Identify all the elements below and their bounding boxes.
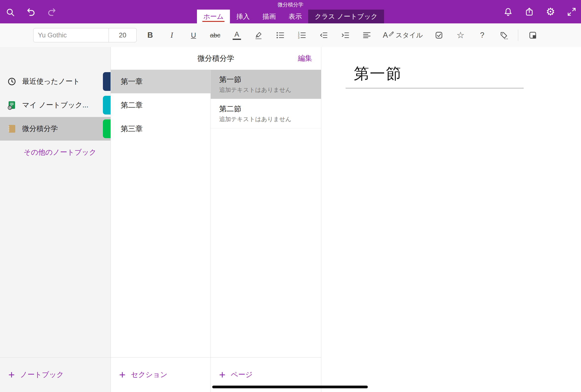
numbered-list-button[interactable]: 1 2 3 bbox=[295, 27, 309, 43]
underline-button[interactable]: U bbox=[186, 27, 201, 43]
add-section-label: セクション bbox=[131, 370, 167, 380]
svg-text:3: 3 bbox=[298, 36, 299, 39]
sections-list: 第一章 第二章 第三章 bbox=[111, 70, 210, 140]
star-tag-button[interactable]: ☆ bbox=[454, 27, 468, 43]
tab-draw-label: 描画 bbox=[262, 12, 276, 21]
format-toolbar: Yu Gothic 20 B I U abc A bbox=[0, 24, 581, 47]
share-button[interactable] bbox=[524, 6, 534, 17]
page-item-title: 第二節 bbox=[219, 104, 321, 113]
tab-view-label: 表示 bbox=[289, 12, 302, 21]
tab-draw[interactable]: 描画 bbox=[256, 10, 282, 24]
page-canvas[interactable]: 第一節 bbox=[321, 47, 581, 392]
tab-home-label: ホーム bbox=[203, 12, 224, 21]
gear-icon: ⚙ bbox=[546, 7, 555, 17]
page-item-subtitle: 追加テキストはありません bbox=[219, 116, 321, 122]
sidebar-item-my-notebooks[interactable]: マイ ノートブック... bbox=[0, 93, 110, 117]
notebook-color-tab bbox=[103, 72, 110, 91]
settings-button[interactable]: ⚙ bbox=[546, 6, 556, 17]
underline-icon: U bbox=[191, 31, 196, 40]
section-label: 第一章 bbox=[121, 76, 143, 87]
bell-icon bbox=[504, 7, 513, 16]
tab-home[interactable]: ホーム bbox=[197, 10, 230, 24]
strikethrough-icon: abc bbox=[210, 32, 220, 39]
expand-icon bbox=[567, 7, 576, 16]
tab-view[interactable]: 表示 bbox=[282, 10, 308, 24]
add-notebook-label: ノートブック bbox=[20, 370, 64, 380]
add-section-button[interactable]: + セクション bbox=[111, 357, 210, 392]
styles-button[interactable]: A スタイル bbox=[381, 27, 424, 43]
pages-panel: 第一節 追加テキストはありません 第二節 追加テキストはありません + ページ bbox=[211, 47, 321, 392]
align-icon bbox=[362, 31, 371, 40]
align-button[interactable] bbox=[360, 27, 374, 43]
notebooks-sidebar: 最近使ったノート マイ ノートブック... bbox=[0, 47, 111, 392]
page-item-section1[interactable]: 第一節 追加テキストはありません bbox=[211, 70, 321, 99]
bullet-list-icon bbox=[276, 31, 285, 40]
add-notebook-button[interactable]: + ノートブック bbox=[0, 357, 110, 392]
notebook-icon bbox=[6, 123, 17, 134]
question-tag-button[interactable]: ? bbox=[475, 27, 490, 43]
titlebar-right-actions: ⚙ bbox=[503, 6, 577, 17]
font-color-bar bbox=[233, 39, 241, 40]
section-item-chapter2[interactable]: 第二章 bbox=[111, 93, 210, 117]
font-color-icon: A bbox=[234, 30, 239, 38]
notebook-color-tab bbox=[103, 120, 110, 138]
sidebar-item-calculus-notebook[interactable]: 微分積分学 bbox=[0, 117, 110, 140]
bullet-list-button[interactable] bbox=[273, 27, 287, 43]
edit-button[interactable]: 編集 bbox=[296, 47, 314, 70]
indent-button[interactable] bbox=[338, 27, 352, 43]
home-indicator[interactable] bbox=[212, 386, 368, 388]
panel-header: 微分積分学 編集 bbox=[111, 47, 321, 70]
outdent-button[interactable] bbox=[316, 27, 331, 43]
notebooks-icon bbox=[6, 100, 17, 110]
tab-insert[interactable]: 挿入 bbox=[230, 10, 256, 24]
plus-icon: + bbox=[119, 369, 125, 380]
sidebar-item-label: マイ ノートブック... bbox=[22, 100, 88, 110]
star-icon: ☆ bbox=[457, 31, 464, 40]
page-title[interactable]: 第一節 bbox=[354, 63, 402, 84]
sidebar-item-label: 微分積分学 bbox=[22, 124, 58, 134]
todo-tag-button[interactable] bbox=[432, 27, 446, 43]
onenote-app: 微分積分学 ホーム bbox=[0, 0, 581, 392]
page-item-section2[interactable]: 第二節 追加テキストはありません bbox=[211, 99, 321, 128]
font-size-select[interactable]: 20 bbox=[109, 28, 137, 42]
sections-panel: 第一章 第二章 第三章 + セクション bbox=[111, 47, 211, 392]
brush-icon bbox=[388, 30, 394, 36]
plus-icon: + bbox=[219, 369, 225, 380]
ribbon-tabs: ホーム 挿入 描画 表示 クラス ノートブック bbox=[0, 10, 581, 24]
clock-icon bbox=[6, 76, 17, 87]
tab-class-notebook-label: クラス ノートブック bbox=[315, 12, 378, 21]
highlighter-icon bbox=[254, 31, 263, 40]
more-notebooks-link[interactable]: その他のノートブック bbox=[0, 140, 110, 164]
more-tags-button[interactable] bbox=[497, 27, 511, 43]
more-notebooks-label: その他のノートブック bbox=[24, 148, 96, 157]
section-item-chapter1[interactable]: 第一章 bbox=[111, 70, 210, 93]
outdent-icon bbox=[319, 31, 328, 40]
bold-button[interactable]: B bbox=[143, 27, 157, 43]
titlebar: 微分積分学 ホーム bbox=[0, 0, 581, 24]
styles-icon: A bbox=[383, 30, 393, 40]
share-icon bbox=[525, 7, 534, 16]
question-icon: ? bbox=[480, 31, 484, 40]
full-page-view-button[interactable] bbox=[526, 27, 540, 43]
highlight-button[interactable] bbox=[251, 27, 266, 43]
page-item-subtitle: 追加テキストはありません bbox=[219, 86, 321, 93]
font-name-select[interactable]: Yu Gothic bbox=[33, 28, 109, 42]
pages-list: 第一節 追加テキストはありません 第二節 追加テキストはありません bbox=[211, 70, 321, 128]
add-page-label: ページ bbox=[231, 370, 253, 380]
notifications-button[interactable] bbox=[503, 6, 513, 17]
section-item-chapter3[interactable]: 第三章 bbox=[111, 117, 210, 140]
notebooks-list: 最近使ったノート マイ ノートブック... bbox=[0, 70, 110, 164]
numbered-list-icon: 1 2 3 bbox=[297, 31, 306, 40]
bold-icon: B bbox=[147, 31, 153, 40]
italic-button[interactable]: I bbox=[165, 27, 179, 43]
page-view-icon bbox=[529, 31, 537, 40]
sidebar-item-recent-notes[interactable]: 最近使ったノート bbox=[0, 70, 110, 93]
italic-icon: I bbox=[171, 31, 173, 40]
checkbox-icon bbox=[435, 31, 443, 40]
section-label: 第三章 bbox=[121, 124, 143, 134]
tab-class-notebook[interactable]: クラス ノートブック bbox=[308, 10, 384, 24]
fullscreen-button[interactable] bbox=[567, 6, 577, 17]
font-color-button[interactable]: A bbox=[230, 27, 244, 43]
page-title-underline bbox=[346, 88, 524, 88]
strikethrough-button[interactable]: abc bbox=[208, 27, 222, 43]
